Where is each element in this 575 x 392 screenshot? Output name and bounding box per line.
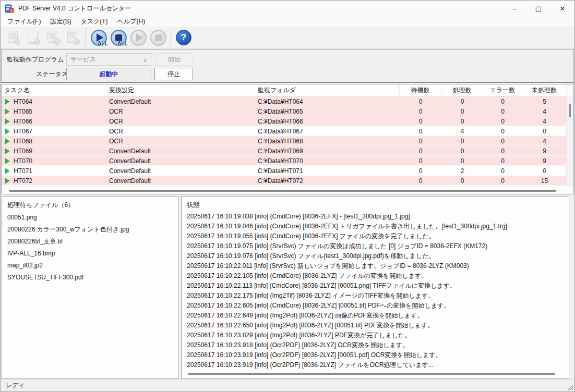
table-header: タスク名 変換設定 監視フォルダ 待機数 処理数 エラー数 未処理数 [2, 84, 573, 96]
table-row[interactable]: HT070ConvertDefaultC:¥Data¥HT0700009 [2, 156, 573, 166]
cell-unprocessed: 0 [522, 126, 567, 136]
task-running-icon [4, 99, 10, 105]
column-header-task-name[interactable]: タスク名 [2, 84, 107, 96]
menu-item-0[interactable]: ファイル(F) [3, 16, 45, 27]
pending-file-item[interactable]: SYOUSETSU_TIFF300.pdf [2, 272, 178, 284]
table-horizontal-scrollbar-thumb[interactable] [9, 190, 556, 192]
log-horizontal-scrollbar-thumb[interactable] [188, 373, 555, 375]
task-running-icon [4, 108, 10, 115]
statusbar-text: レディ [6, 381, 25, 390]
table-row[interactable]: HT069ConvertDefaultC:¥Data¥HT0690009 [2, 146, 573, 156]
log-line: 20250617 16:10:19.055 [info] (CmdCore) [… [182, 231, 569, 241]
task-table: タスク名 変換設定 監視フォルダ 待機数 処理数 エラー数 未処理数 HT064… [1, 84, 574, 194]
start-task-button [128, 28, 148, 47]
cell-unprocessed: 4 [522, 106, 567, 116]
task-add-button [23, 28, 43, 47]
table-row[interactable]: HT071ConvertDefaultC:¥Data¥HT0710200 [2, 166, 573, 176]
menu-item-2[interactable]: タスク(T) [76, 16, 112, 27]
log-line: 20250617 16:10:22.175 [info] (Img2Tif) [… [182, 291, 569, 301]
cell-folder: C:¥Data¥HT067 [256, 126, 400, 136]
table-row[interactable]: HT067OCRC:¥Data¥HT0670400 [2, 126, 573, 136]
cell-processing: 2 [441, 166, 483, 176]
maximize-button[interactable]: ▢ [526, 1, 550, 16]
start-all-button[interactable]: ALL [89, 28, 109, 47]
task-settings-button [4, 28, 23, 47]
cell-unprocessed: 15 [522, 176, 567, 186]
table-row[interactable]: HT066OCRC:¥Data¥HT0660004 [2, 116, 573, 126]
cell-unprocessed: 4 [522, 136, 567, 146]
pending-file-item[interactable]: map_il02.jp2 [2, 260, 178, 272]
cell-setting: OCR [107, 136, 256, 146]
log-horizontal-scrollbar[interactable] [184, 373, 565, 376]
cell-waiting: 0 [400, 176, 441, 186]
log-line: 20250617 16:10:22.011 [info] (SrvrSvc) 新… [182, 261, 569, 271]
cell-processing: 0 [441, 146, 483, 156]
task-name: HT064 [14, 98, 32, 105]
cell-name: HT070 [2, 156, 107, 166]
task-running-icon [4, 118, 10, 125]
log-line: 20250617 16:10:19.046 [info] (CmdCore) [… [182, 222, 569, 231]
cell-folder: C:¥Data¥HT070 [256, 156, 400, 166]
cell-setting: ConvertDefault [107, 146, 256, 156]
task-running-icon [4, 128, 10, 134]
cell-setting: ConvertDefault [107, 166, 256, 176]
task-name: HT071 [14, 167, 32, 175]
resize-grip-icon[interactable] [566, 383, 573, 390]
table-row[interactable]: HT064ConvertDefaultC:¥Data¥HT0640005 [2, 96, 573, 106]
monitor-program-select[interactable]: サービス ∨ [66, 53, 151, 66]
cell-processing: 4 [441, 126, 483, 136]
pending-file-item[interactable]: 20080226 カラー300_wフォント色付き.jpg [2, 224, 178, 236]
stop-button[interactable]: 停止 [154, 68, 193, 80]
document-sync-gear-icon [66, 30, 80, 45]
cell-unprocessed: 9 [522, 156, 567, 166]
stop-all-button[interactable]: ALL [109, 28, 128, 47]
menubar: ファイル(F)設定(S)タスク(T)ヘルプ(H) [1, 16, 574, 27]
status-log-list: 20250617 16:10:19.038 [info] (CmdCore) [… [182, 212, 569, 370]
menu-item-1[interactable]: 設定(S) [45, 16, 76, 27]
cell-waiting: 0 [400, 136, 441, 146]
cell-setting: ConvertDefault [107, 176, 256, 186]
cell-processing: 0 [441, 156, 483, 166]
table-vertical-scrollbar-thumb[interactable] [569, 104, 571, 117]
table-row[interactable]: HT068OCRC:¥Data¥HT0680004 [2, 136, 573, 146]
log-line: 20250617 16:10:22.605 [info] (CmdCore) [… [182, 301, 569, 311]
status-value: 起動中 [100, 70, 118, 79]
status-log-title: 状態 [182, 197, 569, 212]
play-all-icon: ALL [91, 30, 107, 46]
statusbar: レディ [1, 379, 574, 391]
help-button[interactable]: ? [174, 28, 194, 47]
column-header-unprocessed-count[interactable]: 未処理数 [522, 84, 567, 96]
cell-unprocessed: 4 [522, 116, 567, 126]
pending-file-item[interactable]: 20080226tif_文章.tif [2, 236, 178, 248]
close-button[interactable]: ✕ [550, 1, 574, 16]
status-value-field: 起動中 [66, 68, 151, 80]
pending-file-item[interactable]: 00051.png [2, 212, 178, 224]
cell-name: HT072 [2, 176, 107, 186]
task-running-icon [4, 178, 10, 184]
cell-setting: ConvertDefault [107, 156, 256, 166]
log-line: 20250617 16:10:19.038 [info] (CmdCore) [… [182, 212, 569, 222]
task-running-icon [4, 158, 10, 164]
table-horizontal-scrollbar[interactable] [2, 189, 566, 192]
task-running-icon [4, 138, 10, 144]
minimize-button[interactable]: – [502, 1, 526, 16]
column-header-watch-folder[interactable]: 監視フォルダ [256, 84, 400, 96]
column-header-waiting-count[interactable]: 待機数 [400, 84, 441, 96]
table-row[interactable]: HT065OCRC:¥Data¥HT0650004 [2, 106, 573, 116]
column-header-convert-setting[interactable]: 変換設定 [107, 84, 256, 96]
cell-unprocessed: 9 [522, 146, 567, 156]
app-icon [5, 4, 14, 13]
cell-processing: 0 [441, 136, 483, 146]
task-rows: HT064ConvertDefaultC:¥Data¥HT0640005HT06… [2, 96, 573, 186]
status-label: ステータス [36, 70, 68, 79]
log-line: 20250617 16:10:22.105 [info] (CmdCore) [… [182, 271, 569, 281]
help-icon: ? [176, 30, 191, 45]
pending-file-item[interactable]: IVP-ALL_16.bmp [2, 248, 178, 260]
table-row[interactable]: HT072ConvertDefaultC:¥Data¥HT07200015 [2, 176, 573, 186]
column-header-error-count[interactable]: エラー数 [483, 84, 522, 96]
cell-waiting: 0 [400, 96, 441, 106]
document-gear-icon [7, 30, 20, 45]
column-header-processing-count[interactable]: 処理数 [441, 84, 483, 96]
menu-item-3[interactable]: ヘルプ(H) [113, 16, 150, 27]
table-vertical-scrollbar[interactable] [566, 96, 573, 187]
